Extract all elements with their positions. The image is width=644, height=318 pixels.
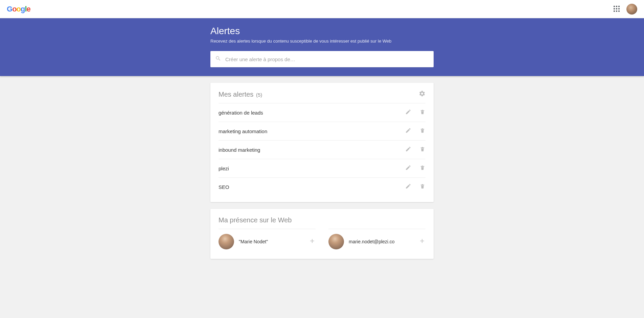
alert-label: génération de leads [218,110,263,116]
presence-item: "Marie Nodet" [218,229,316,253]
alert-label: marketing automation [218,128,267,134]
my-alerts-card: Mes alertes (5) génération de leadsmarke… [210,83,434,202]
delete-alert-button[interactable] [419,165,426,172]
presence-label: "Marie Nodet" [239,239,304,244]
page-subtitle: Recevez des alertes lorsque du contenu s… [210,39,434,44]
google-logo-letter: g [21,5,25,14]
alert-row[interactable]: plezi [218,159,426,177]
delete-alert-button[interactable] [419,109,426,116]
edit-alert-button[interactable] [405,165,411,172]
top-bar: Google [0,0,644,18]
delete-alert-button[interactable] [419,146,426,153]
account-avatar[interactable] [626,4,637,15]
settings-button[interactable] [419,90,426,98]
content-area: Mes alertes (5) génération de leadsmarke… [210,83,434,259]
alert-row[interactable]: marketing automation [218,122,426,140]
google-logo[interactable]: Google [7,5,30,14]
presence-avatar [218,234,234,249]
my-alerts-title-text: Mes alertes [218,91,253,98]
plus-icon [309,240,316,245]
google-logo-letter: e [27,5,30,14]
apps-grid-icon[interactable] [614,6,620,13]
pencil-icon [405,183,411,191]
pencil-icon [405,109,411,116]
alert-row[interactable]: génération de leads [218,103,426,122]
add-presence-alert-button[interactable] [309,238,316,246]
plus-icon [419,240,426,245]
add-presence-alert-button[interactable] [419,238,426,246]
trash-icon [419,127,426,135]
presence-avatar [328,234,344,249]
presence-item: marie.nodet@plezi.co [328,229,426,253]
alert-label: plezi [218,166,229,171]
gear-icon [419,92,426,98]
web-presence-title: Ma présence sur le Web [218,216,292,224]
google-logo-letter: o [17,5,21,14]
my-alerts-count: (5) [256,92,262,98]
alert-label: inbound marketing [218,147,260,153]
pencil-icon [405,165,411,172]
alerts-list: génération de leadsmarketing automationi… [218,103,426,196]
trash-icon [419,109,426,116]
edit-alert-button[interactable] [405,146,411,153]
alert-row[interactable]: inbound marketing [218,140,426,159]
my-alerts-title: Mes alertes (5) [218,91,262,98]
edit-alert-button[interactable] [405,109,411,116]
presence-label: marie.nodet@plezi.co [349,239,414,244]
alert-row[interactable]: SEO [218,177,426,196]
delete-alert-button[interactable] [419,183,426,191]
topbar-right [614,4,637,15]
create-alert-input[interactable] [225,56,429,62]
google-logo-letter: o [12,5,16,14]
web-presence-card: Ma présence sur le Web "Marie Nodet"mari… [210,209,434,259]
pencil-icon [405,127,411,135]
search-icon [215,55,221,63]
edit-alert-button[interactable] [405,127,411,135]
pencil-icon [405,146,411,153]
create-alert-searchbox[interactable] [210,51,434,67]
alert-label: SEO [218,184,229,190]
trash-icon [419,183,426,191]
trash-icon [419,165,426,172]
hero-banner: Alertes Recevez des alertes lorsque du c… [0,18,644,76]
edit-alert-button[interactable] [405,183,411,191]
delete-alert-button[interactable] [419,127,426,135]
trash-icon [419,146,426,153]
page-title: Alertes [210,26,434,36]
google-logo-letter: G [7,5,12,14]
presence-list: "Marie Nodet"marie.nodet@plezi.co [218,229,426,253]
